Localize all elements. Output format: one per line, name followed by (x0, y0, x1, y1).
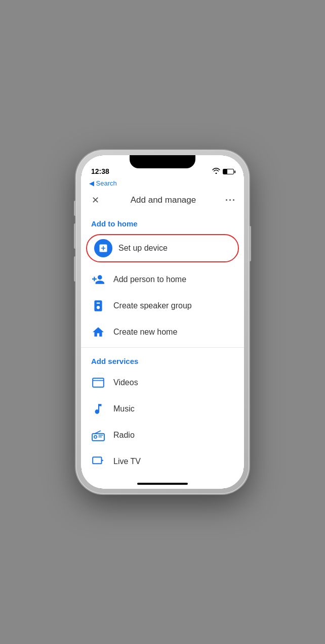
radio-item[interactable]: Radio (81, 422, 244, 448)
svg-point-3 (94, 436, 97, 438)
setup-device-item[interactable]: Set up device (86, 234, 239, 262)
status-time: 12:38 (91, 167, 109, 175)
videos-label: Videos (113, 378, 138, 387)
add-person-label: Add person to home (113, 275, 186, 284)
music-item[interactable]: Music (81, 396, 244, 422)
create-speaker-item[interactable]: Create speaker group (81, 293, 244, 319)
add-to-home-header: Add to home (81, 212, 244, 232)
live-tv-icon (91, 454, 105, 469)
home-indicator (81, 479, 244, 489)
wifi-icon (212, 168, 220, 175)
mute-button[interactable] (74, 201, 76, 216)
create-speaker-label: Create speaker group (113, 301, 192, 310)
add-person-icon (91, 272, 105, 287)
divider-1 (81, 347, 244, 348)
podcasts-item[interactable]: Podcasts (81, 475, 244, 479)
create-home-icon (91, 325, 105, 339)
radio-label: Radio (113, 431, 135, 440)
home-bar (137, 483, 188, 485)
page-header: ✕ Add and manage ··· (81, 190, 244, 212)
create-home-item[interactable]: Create new home (81, 319, 244, 345)
more-button[interactable]: ··· (225, 195, 236, 206)
create-speaker-icon (91, 299, 105, 313)
add-person-item[interactable]: Add person to home (81, 266, 244, 293)
notch (130, 155, 195, 168)
add-services-section: Add services Videos Music (81, 350, 244, 479)
add-to-home-section: Add to home Set up device Add person (81, 212, 244, 345)
live-tv-label: Live TV (113, 457, 141, 466)
setup-device-icon (94, 239, 112, 257)
music-label: Music (113, 404, 135, 413)
videos-icon (91, 376, 105, 390)
add-services-header: Add services (81, 350, 244, 370)
music-icon (91, 402, 105, 416)
volume-up-button[interactable] (74, 223, 76, 249)
close-button[interactable]: ✕ (89, 194, 101, 206)
status-bar: 12:38 (81, 155, 244, 177)
screen-content: 12:38 ◀ Search (81, 155, 244, 489)
scroll-area[interactable]: Add to home Set up device Add person (81, 212, 244, 479)
page-title: Add and manage (131, 195, 196, 205)
battery-icon (223, 169, 234, 174)
back-button[interactable]: ◀ Search (89, 179, 236, 187)
svg-rect-6 (93, 457, 101, 464)
phone-frame: 12:38 ◀ Search (76, 150, 249, 494)
power-button[interactable] (249, 226, 251, 261)
videos-item[interactable]: Videos (81, 370, 244, 396)
nav-bar: ◀ Search (81, 177, 244, 190)
create-home-label: Create new home (113, 328, 177, 337)
radio-icon (91, 428, 105, 442)
phone-screen: 12:38 ◀ Search (81, 155, 244, 489)
live-tv-item[interactable]: Live TV (81, 448, 244, 475)
status-icons (212, 168, 234, 175)
volume-down-button[interactable] (74, 256, 76, 282)
setup-device-label: Set up device (118, 244, 168, 253)
